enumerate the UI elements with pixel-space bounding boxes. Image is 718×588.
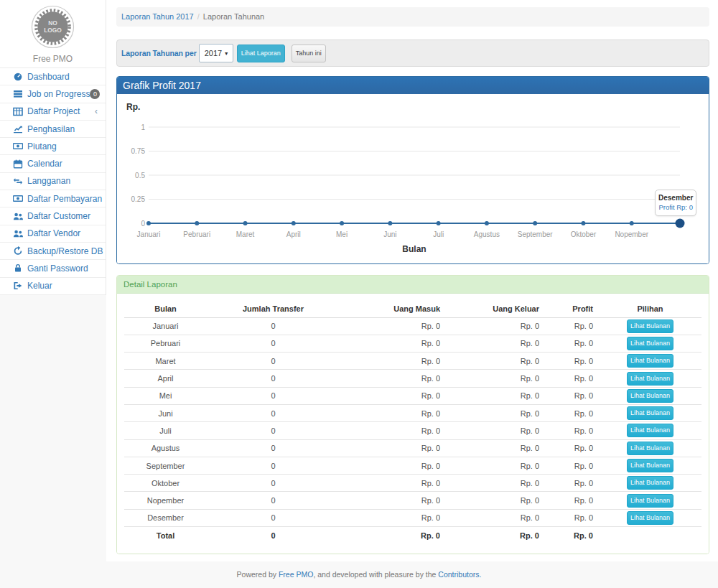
sidebar-item-daftar-pembayaran[interactable]: Daftar Pembayaran [0,190,106,207]
sidebar-item-piutang[interactable]: Piutang [0,138,106,155]
job-count-badge: 0 [90,89,100,99]
cell-profit: Rp. 0 [545,422,599,439]
cell-pilihan: Lihat Bulanan [599,335,701,352]
select-caret-icon: ▼ [224,51,229,56]
lihat-bulanan-button[interactable]: Lihat Bulanan [627,442,673,455]
tahun-ini-button[interactable]: Tahun ini [292,45,326,62]
cell-pilihan: Lihat Bulanan [599,457,701,474]
cell-pilihan: Lihat Bulanan [599,422,701,439]
cell-keluar: Rp. 0 [446,335,545,352]
sidebar-item-label: Calendar [27,159,62,169]
cell-pilihan: Lihat Bulanan [599,439,701,457]
dashboard-icon [13,72,24,81]
main-content: Laporan Tahun 2017/Laporan Tahunan Lapor… [106,0,718,561]
cell-pilihan: Lihat Bulanan [599,509,701,526]
table-row-oktober: Oktober0Rp. 0Rp. 0Rp. 0Lihat Bulanan [124,475,701,492]
total-profit: Rp. 0 [545,527,599,544]
sidebar-item-ganti-password[interactable]: Ganti Password [0,260,106,277]
cell-masuk: Rp. 0 [340,422,446,439]
sidebar-item-backup-restore-db[interactable]: Backup/Restore DB [0,243,106,260]
logo-box: NO LOGO Free PMO [0,0,106,68]
sidebar-item-label: Backup/Restore DB [27,246,103,256]
cell-jumlah: 0 [207,335,340,352]
table-icon [13,107,24,116]
cell-jumlah: 0 [207,317,340,335]
retweet-icon [13,177,24,186]
sidebar-item-dashboard[interactable]: Dashboard [0,68,106,85]
refresh-icon [13,246,24,256]
lihat-bulanan-button[interactable]: Lihat Bulanan [627,476,673,490]
cell-profit: Rp. 0 [545,335,599,352]
svg-text:Mei: Mei [336,230,348,238]
sidebar-item-label: Penghasilan [27,124,75,134]
col-header-uang-keluar: Uang Keluar [446,301,545,317]
lihat-bulanan-button[interactable]: Lihat Bulanan [627,459,673,472]
lihat-bulanan-button[interactable]: Lihat Bulanan [627,406,673,420]
cell-masuk: Rp. 0 [340,439,446,457]
cell-bulan: Pebruari [124,335,207,352]
cell-pilihan: Lihat Bulanan [599,475,701,492]
year-select[interactable]: 2017 ▼ [199,44,233,62]
lihat-bulanan-button[interactable]: Lihat Bulanan [627,319,673,333]
cell-bulan: Agustus [124,439,207,457]
filter-label: Laporan Tahunan per [121,49,197,57]
footer-link-free-pmo[interactable]: Free PMO [279,570,313,579]
sidebar-item-label: Job on Progress [27,89,90,99]
detail-panel-title: Detail Laporan [117,276,709,294]
table-row-april: April0Rp. 0Rp. 0Rp. 0Lihat Bulanan [124,370,701,387]
cell-keluar: Rp. 0 [446,353,545,370]
cell-profit: Rp. 0 [545,457,599,474]
breadcrumb: Laporan Tahun 2017/Laporan Tahunan [116,7,709,27]
breadcrumb-separator: / [194,12,203,21]
cell-keluar: Rp. 0 [446,387,545,404]
calendar-icon [13,159,24,169]
cell-jumlah: 0 [207,387,340,404]
col-header-profit: Profit [545,301,599,317]
cell-keluar: Rp. 0 [446,439,545,457]
chart-body: Rp. 10.750.50.250JanuariPebruariMaretApr… [117,94,709,263]
sidebar-item-keluar[interactable]: Keluar [0,278,106,295]
breadcrumb-current: Laporan Tahunan [203,12,264,21]
sidebar-item-langganan[interactable]: Langganan [0,173,106,190]
sidebar-item-daftar-project[interactable]: Daftar Project‹ [0,103,106,121]
sidebar-item-penghasilan[interactable]: Penghasilan [0,121,106,138]
sidebar-item-calendar[interactable]: Calendar [0,155,106,172]
cell-bulan: September [124,457,207,474]
users-icon [13,229,24,238]
cell-jumlah: 0 [207,439,340,457]
cell-pilihan: Lihat Bulanan [599,492,701,509]
sidebar-item-label: Daftar Customer [27,211,90,221]
table-row-mei: Mei0Rp. 0Rp. 0Rp. 0Lihat Bulanan [124,387,701,404]
lihat-bulanan-button[interactable]: Lihat Bulanan [627,372,673,386]
cell-bulan: Mei [124,387,207,404]
lihat-laporan-button[interactable]: Lihat Laporan [237,45,285,62]
cell-jumlah: 0 [207,475,340,492]
lihat-bulanan-button[interactable]: Lihat Bulanan [627,511,673,525]
sidebar-item-daftar-vendor[interactable]: Daftar Vendor [0,225,106,243]
cell-bulan: Desember [124,509,207,526]
cell-profit: Rp. 0 [545,509,599,526]
lihat-bulanan-button[interactable]: Lihat Bulanan [627,389,673,403]
lihat-bulanan-button[interactable]: Lihat Bulanan [627,354,673,368]
cell-jumlah: 0 [207,509,340,526]
lihat-bulanan-button[interactable]: Lihat Bulanan [627,424,673,437]
sidebar-item-job-on-progress[interactable]: Job on Progress0 [0,85,106,103]
sidebar-item-daftar-customer[interactable]: Daftar Customer [0,207,106,225]
cell-masuk: Rp. 0 [340,492,446,509]
cell-profit: Rp. 0 [545,387,599,404]
footer-link-contributors[interactable]: Contributors. [438,570,481,579]
lihat-bulanan-button[interactable]: Lihat Bulanan [627,494,673,508]
chevron-left-icon: ‹ [95,106,98,116]
svg-text:0: 0 [141,220,145,228]
cell-profit: Rp. 0 [545,353,599,370]
sidebar-item-label: Daftar Project [27,106,80,116]
cell-bulan: April [124,370,207,387]
cell-pilihan: Lihat Bulanan [599,353,701,370]
cell-bulan: Juni [124,404,207,421]
sidebar-item-label: Dashboard [27,72,70,82]
breadcrumb-link-laporan-tahun[interactable]: Laporan Tahun 2017 [121,12,194,21]
svg-text:September: September [518,230,554,238]
cell-masuk: Rp. 0 [340,370,446,387]
lihat-bulanan-button[interactable]: Lihat Bulanan [627,337,673,350]
col-header-pilihan: Pilihan [599,301,701,317]
